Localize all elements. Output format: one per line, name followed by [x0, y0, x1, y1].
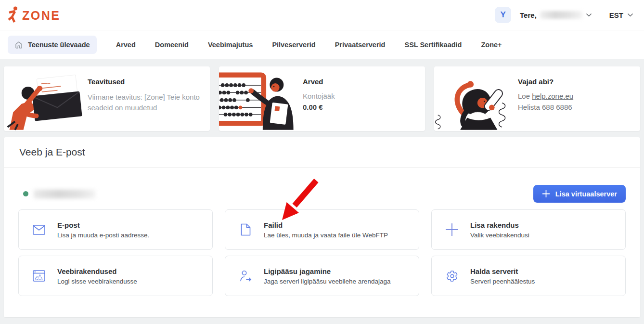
- card-title: Vajad abi?: [518, 78, 573, 86]
- content-area: Teavitused Viimane teavitus: [Zone] Teie…: [0, 59, 644, 317]
- nav-label: SSL Sertifikaadid: [404, 41, 462, 49]
- service-card-lisa-rakendus[interactable]: Lisa rakendus Valik veebirakendusi: [431, 209, 626, 250]
- nav-arved[interactable]: Arved: [116, 41, 136, 49]
- section-body: Lisa virtuaalserver E-post Lisa ja muuda…: [4, 168, 640, 296]
- add-virtualserver-label: Lisa virtuaalserver: [555, 190, 617, 198]
- nav-label: Veebimajutus: [208, 41, 253, 49]
- service-title: Lisa rakendus: [470, 221, 529, 229]
- zone-dashboard: ZONE Y Tere, EST Teenuste ülevaade Arved…: [0, 0, 644, 324]
- section-title: Veeb ja E-post: [19, 146, 625, 158]
- service-card-text: Halda serverit Serveri peenhäälestus: [470, 267, 535, 285]
- share-access-icon: [238, 270, 253, 282]
- nav-label: Zone+: [481, 41, 502, 49]
- service-title: Ligipääsu jagamine: [264, 267, 390, 275]
- home-icon: [14, 40, 23, 49]
- file-icon: [238, 223, 253, 236]
- help-card[interactable]: Vajad abi? Loe help.zone.eu Helista 688 …: [434, 66, 640, 131]
- service-title: Failid: [264, 221, 388, 229]
- envelope-person-illustration: [4, 66, 87, 131]
- invoices-card-text: Arved Kontojääk 0.00 €: [302, 66, 344, 131]
- service-card-text: E-post Lisa ja muuda e-posti aadresse.: [57, 221, 149, 239]
- section-header: Veeb ja E-post: [4, 137, 640, 167]
- top-bar-right: Y Tere, EST: [495, 7, 633, 23]
- service-description: Lae üles, muuda ja vaata faile üle WebFT…: [264, 232, 388, 239]
- avatar[interactable]: Y: [495, 7, 511, 23]
- nav-label: Pilveserverid: [272, 41, 315, 49]
- notifications-card[interactable]: Teavitused Viimane teavitus: [Zone] Teie…: [4, 66, 210, 131]
- service-cards-grid: E-post Lisa ja muuda e-posti aadresse. F…: [18, 209, 626, 296]
- gear-icon: [444, 270, 460, 282]
- nav-privaatserverid[interactable]: Privaatserverid: [335, 41, 386, 49]
- plus-icon: [542, 190, 550, 198]
- invoices-card[interactable]: Arved Kontojääk 0.00 €: [219, 66, 425, 131]
- user-name-redacted: [540, 11, 582, 19]
- help-read-line: Loe help.zone.eu: [518, 92, 573, 100]
- service-description: Jaga serveri ligipääsu veebilehe arendaj…: [264, 278, 390, 285]
- abacus-person-illustration: [219, 66, 302, 131]
- browser-app-icon: [31, 270, 47, 282]
- main-nav: Teenuste ülevaade Arved Domeenid Veebima…: [0, 30, 644, 59]
- service-card-ligipaasu-jagamine[interactable]: Ligipääsu jagamine Jaga serveri ligipääs…: [225, 256, 419, 296]
- user-menu[interactable]: Tere,: [520, 11, 592, 19]
- nav-veebimajutus[interactable]: Veebimajutus: [208, 41, 253, 49]
- envelope-icon: [31, 225, 47, 235]
- zone-logo-icon: ZONE: [8, 6, 68, 24]
- service-description: Lisa ja muuda e-posti aadresse.: [57, 232, 149, 239]
- card-title: Arved: [303, 78, 335, 86]
- service-card-veebirakendused[interactable]: Veebirakendused Logi sisse veebirakendus…: [18, 256, 213, 296]
- domain-name-redacted: [34, 190, 95, 198]
- svg-text:ZONE: ZONE: [22, 9, 60, 22]
- info-cards-row: Teavitused Viimane teavitus: [Zone] Teie…: [4, 66, 640, 131]
- zone-logo[interactable]: ZONE: [8, 6, 68, 24]
- greeting-label: Tere,: [520, 11, 537, 19]
- service-card-failid[interactable]: Failid Lae üles, muuda ja vaata faile ül…: [225, 209, 419, 250]
- nav-label: Privaatserverid: [335, 41, 386, 49]
- service-card-text: Failid Lae üles, muuda ja vaata faile ül…: [264, 221, 388, 239]
- service-description: Serveri peenhäälestus: [470, 278, 535, 285]
- card-title: Teavitused: [88, 78, 201, 86]
- server-name[interactable]: [23, 190, 95, 198]
- language-label: EST: [609, 11, 623, 19]
- nav-pilveserverid[interactable]: Pilveserverid: [272, 41, 315, 49]
- nav-teenuste-ulevaade[interactable]: Teenuste ülevaade: [8, 36, 97, 54]
- nav-ssl-sertifikaadid[interactable]: SSL Sertifikaadid: [404, 41, 462, 49]
- service-title: E-post: [57, 221, 149, 229]
- nav-label: Arved: [116, 41, 136, 49]
- notifications-card-text: Teavitused Viimane teavitus: [Zone] Teie…: [87, 66, 210, 131]
- phone-person-illustration: [434, 66, 517, 131]
- service-card-halda-serverit[interactable]: Halda serverit Serveri peenhäälestus: [431, 256, 626, 296]
- top-bar: ZONE Y Tere, EST: [0, 0, 644, 30]
- balance-label: Kontojääk: [303, 92, 335, 100]
- service-card-text: Lisa rakendus Valik veebirakendusi: [470, 221, 529, 239]
- nav-label: Teenuste ülevaade: [28, 41, 90, 49]
- nav-zone-plus[interactable]: Zone+: [481, 41, 502, 49]
- service-title: Halda serverit: [470, 267, 535, 275]
- server-row: Lisa virtuaalserver: [18, 185, 626, 203]
- nav-domeenid[interactable]: Domeenid: [155, 41, 189, 49]
- service-card-epost[interactable]: E-post Lisa ja muuda e-posti aadresse.: [18, 209, 213, 250]
- service-description: Logi sisse veebirakendusse: [57, 278, 137, 285]
- language-selector[interactable]: EST: [609, 11, 633, 19]
- balance-value: 0.00 €: [303, 103, 335, 111]
- latest-notification-text: Viimane teavitus: [Zone] Teie konto sead…: [88, 92, 201, 113]
- status-dot-icon: [23, 191, 28, 196]
- veeb-ja-epost-section: Veeb ja E-post Lisa virtuaalserver: [4, 137, 640, 317]
- chevron-down-icon: [627, 13, 633, 17]
- help-phone-line: Helista 688 6886: [518, 103, 573, 111]
- nav-label: Domeenid: [155, 41, 189, 49]
- help-zone-eu-link[interactable]: help.zone.eu: [532, 92, 573, 100]
- chevron-down-icon: [586, 13, 592, 17]
- service-card-text: Veebirakendused Logi sisse veebirakendus…: [57, 267, 137, 285]
- service-description: Valik veebirakendusi: [470, 232, 529, 239]
- service-card-text: Ligipääsu jagamine Jaga serveri ligipääs…: [264, 267, 390, 285]
- add-virtualserver-button[interactable]: Lisa virtuaalserver: [533, 185, 626, 203]
- help-card-text: Vajad abi? Loe help.zone.eu Helista 688 …: [517, 66, 582, 131]
- plus-icon: [444, 222, 460, 237]
- service-title: Veebirakendused: [57, 267, 137, 275]
